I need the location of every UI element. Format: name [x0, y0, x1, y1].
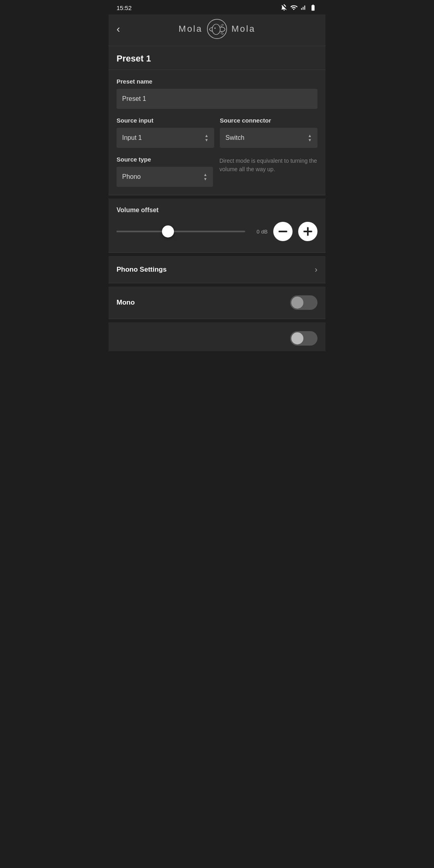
svg-point-2 [215, 28, 216, 29]
minus-icon [278, 231, 287, 232]
phono-settings-row[interactable]: Phono Settings › [108, 256, 326, 283]
bottom-toggle[interactable] [290, 331, 317, 346]
top-nav: ‹ Mola Mola [108, 14, 326, 46]
preset-name-field: Preset name [117, 78, 317, 109]
volume-label: Volume offset [117, 207, 317, 214]
page-title-section: Preset 1 [108, 46, 326, 70]
preset-name-label: Preset name [117, 78, 317, 85]
connector-arrow-up-icon: ▲ [308, 133, 312, 138]
source-type-arrows: ▲ ▼ [203, 172, 207, 181]
slider-fill [117, 231, 168, 232]
bell-muted-icon [280, 4, 288, 11]
logo-text-right: Mola [231, 24, 256, 34]
phono-settings-label: Phono Settings [117, 266, 167, 274]
slider-thumb[interactable] [162, 225, 174, 237]
source-type-note: Direct mode is equivalent to turning the… [219, 156, 317, 174]
form-divider [108, 195, 326, 195]
volume-slider[interactable] [117, 231, 245, 232]
source-connector-label: Source connector [220, 117, 317, 124]
source-connector-field: Source connector Switch ▲ ▼ [220, 117, 317, 148]
logo: Mola Mola [178, 18, 255, 39]
volume-increase-button[interactable] [298, 222, 317, 241]
type-arrow-down-icon: ▼ [203, 177, 207, 181]
back-button[interactable]: ‹ [117, 24, 120, 34]
volume-number: 0 [256, 229, 259, 235]
type-arrow-up-icon: ▲ [203, 172, 207, 177]
volume-divider [108, 252, 326, 253]
volume-decrease-button[interactable] [273, 222, 293, 241]
source-type-field: Source type Phono ▲ ▼ [117, 156, 213, 187]
logo-text-left: Mola [178, 24, 203, 34]
volume-unit: dB [261, 229, 268, 235]
mono-toggle-row[interactable]: Mono [108, 287, 326, 319]
mono-toggle[interactable] [290, 295, 317, 310]
mono-label: Mono [117, 299, 135, 307]
wifi-icon [290, 4, 297, 11]
status-time: 15:52 [117, 4, 132, 11]
source-input-field: Source input Input 1 ▲ ▼ [117, 117, 214, 148]
source-type-value: Phono [122, 173, 141, 180]
source-input-value: Input 1 [122, 134, 142, 141]
arrow-up-icon: ▲ [205, 133, 209, 138]
bottom-toggle-knob [291, 332, 303, 344]
source-connector-select[interactable]: Switch ▲ ▼ [220, 128, 317, 148]
form-section: Preset name Source input Input 1 ▲ ▼ Sou… [108, 70, 326, 195]
phono-settings-chevron-icon: › [315, 265, 317, 274]
source-connector-value: Switch [225, 134, 244, 141]
svg-rect-3 [278, 231, 287, 232]
mono-divider [108, 319, 326, 319]
status-bar: 15:52 [108, 0, 326, 14]
signal-icon [300, 4, 306, 11]
source-input-label: Source input [117, 117, 214, 124]
plus-icon [303, 227, 312, 236]
source-connector-arrows: ▲ ▼ [308, 133, 312, 142]
connector-arrow-down-icon: ▼ [308, 138, 312, 142]
source-input-select[interactable]: Input 1 ▲ ▼ [117, 128, 214, 148]
source-input-arrows: ▲ ▼ [205, 133, 209, 142]
phono-divider [108, 283, 326, 283]
logo-icon [207, 18, 227, 39]
volume-controls: 0 dB [117, 222, 317, 241]
svg-point-0 [207, 19, 227, 39]
bottom-toggle-row[interactable] [108, 322, 326, 351]
volume-value: 0 dB [251, 228, 268, 235]
mono-toggle-knob [291, 297, 303, 309]
arrow-down-icon: ▼ [205, 138, 209, 142]
svg-point-1 [212, 24, 220, 35]
volume-section: Volume offset 0 dB [108, 199, 326, 252]
svg-rect-5 [303, 231, 312, 232]
status-icons [280, 4, 317, 11]
page-title: Preset 1 [117, 53, 317, 64]
source-type-select[interactable]: Phono ▲ ▼ [117, 167, 213, 187]
source-type-label: Source type [117, 156, 213, 163]
source-type-section: Source type Phono ▲ ▼ Direct mode is equ… [117, 156, 317, 187]
battery-icon [309, 4, 317, 11]
source-row: Source input Input 1 ▲ ▼ Source connecto… [117, 117, 317, 148]
preset-name-input[interactable] [117, 89, 317, 109]
